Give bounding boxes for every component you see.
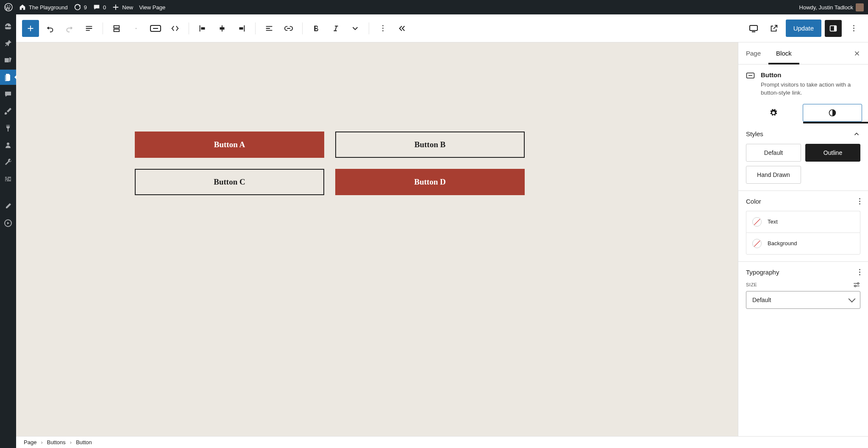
- svg-rect-14: [750, 25, 757, 31]
- open-preview-button[interactable]: [765, 20, 782, 37]
- breadcrumb-item[interactable]: Button: [76, 439, 92, 445]
- nav-collapse-2[interactable]: [0, 216, 16, 231]
- editor-options-button[interactable]: [845, 20, 862, 37]
- nav-plugins[interactable]: [0, 120, 16, 136]
- styles-panel-title: Styles: [746, 130, 763, 137]
- close-sidebar-button[interactable]: [851, 48, 863, 59]
- comments-link[interactable]: 0: [93, 3, 106, 11]
- new-content-link[interactable]: New: [112, 3, 133, 11]
- sidebar-icon: [829, 24, 838, 33]
- button-c[interactable]: Button C: [135, 169, 324, 195]
- nav-settings[interactable]: [0, 171, 16, 187]
- sidebar-toggle-button[interactable]: [825, 20, 842, 37]
- svg-rect-8: [200, 25, 200, 31]
- media-icon: [4, 56, 12, 64]
- nav-pages[interactable]: [0, 70, 16, 85]
- align-right-button[interactable]: [233, 20, 250, 37]
- block-options-button[interactable]: [374, 20, 391, 37]
- color-panel-options[interactable]: [859, 198, 860, 204]
- site-name-label: The Playground: [29, 4, 68, 11]
- nav-collapse-1[interactable]: [0, 199, 16, 214]
- toolbar-separator: [103, 22, 103, 34]
- nav-dashboard[interactable]: [0, 19, 16, 34]
- collapse-toolbar-button[interactable]: [394, 20, 411, 37]
- size-select-wrap[interactable]: Default: [746, 291, 860, 309]
- move-block-button[interactable]: [167, 20, 184, 37]
- bold-button[interactable]: [308, 20, 325, 37]
- view-page-label: View Page: [139, 4, 165, 11]
- stack-icon: [112, 24, 121, 33]
- text-align-icon: [264, 24, 274, 33]
- breadcrumb-item[interactable]: Page: [24, 439, 36, 445]
- button-a[interactable]: Button A: [135, 132, 324, 158]
- more-format-button[interactable]: [347, 20, 364, 37]
- color-panel: Color Text Background: [738, 191, 868, 262]
- breadcrumb-separator: ›: [70, 439, 72, 445]
- redo-button[interactable]: [61, 20, 78, 37]
- text-align-button[interactable]: [261, 20, 278, 37]
- tab-block[interactable]: Block: [768, 42, 799, 64]
- link-button[interactable]: [280, 20, 297, 37]
- button-d[interactable]: Button D: [335, 169, 525, 195]
- block-type-button[interactable]: [147, 20, 164, 37]
- tab-page[interactable]: Page: [738, 42, 768, 64]
- undo-button[interactable]: [42, 20, 58, 37]
- color-background-row[interactable]: Background: [746, 232, 860, 255]
- refresh-icon: [74, 3, 81, 11]
- breadcrumb-item[interactable]: Buttons: [47, 439, 66, 445]
- site-name-link[interactable]: The Playground: [19, 3, 68, 11]
- chevron-down-icon: [351, 24, 360, 33]
- typography-panel-options[interactable]: [859, 269, 860, 275]
- nav-users[interactable]: [0, 137, 16, 153]
- plus-icon: [26, 24, 35, 33]
- pencil-icon: [4, 202, 12, 210]
- update-button[interactable]: Update: [786, 20, 821, 37]
- button-b[interactable]: Button B: [335, 132, 525, 158]
- style-default[interactable]: Default: [746, 144, 801, 162]
- link-icon: [284, 24, 293, 33]
- list-icon: [84, 24, 94, 33]
- align-left-button[interactable]: [194, 20, 211, 37]
- parent-sep-button[interactable]: [128, 20, 145, 37]
- style-outline[interactable]: Outline: [805, 144, 860, 162]
- sliders-icon[interactable]: [853, 282, 860, 288]
- add-block-button[interactable]: [22, 20, 39, 37]
- align-center-button[interactable]: [214, 20, 231, 37]
- buttons-block[interactable]: Button A Button B Button C Button D: [135, 132, 525, 195]
- block-title: Button: [761, 71, 860, 78]
- color-text-row[interactable]: Text: [746, 211, 860, 232]
- color-panel-title: Color: [746, 198, 761, 205]
- updates-link[interactable]: 9: [74, 3, 87, 11]
- style-hand-drawn[interactable]: Hand Drawn: [746, 166, 801, 184]
- breadcrumb-separator: ›: [41, 439, 42, 445]
- nav-media[interactable]: [0, 53, 16, 68]
- three-dots-icon: [853, 25, 854, 31]
- nav-comments[interactable]: [0, 87, 16, 102]
- svg-rect-11: [220, 27, 225, 30]
- pages-icon: [4, 73, 12, 81]
- nav-appearance[interactable]: [0, 104, 16, 119]
- svg-point-21: [854, 285, 856, 287]
- toolbar-separator: [255, 22, 256, 34]
- editor-canvas[interactable]: Button A Button B Button C Button D: [16, 42, 738, 436]
- view-button[interactable]: [745, 20, 762, 37]
- user-profile-link[interactable]: Howdy, Justin Tadlock: [799, 3, 864, 11]
- typography-panel: Typography Size Default: [738, 262, 868, 316]
- styles-tab[interactable]: [803, 104, 862, 122]
- view-page-link[interactable]: View Page: [139, 4, 165, 11]
- settings-tab[interactable]: [744, 104, 803, 122]
- document-overview-button[interactable]: [81, 20, 97, 37]
- chevron-up-icon[interactable]: [853, 130, 860, 138]
- nav-posts[interactable]: [0, 36, 16, 51]
- updates-count: 9: [84, 4, 87, 11]
- dot-icon: [135, 24, 137, 33]
- wrench-icon: [4, 158, 12, 166]
- size-select[interactable]: Default: [746, 291, 860, 309]
- italic-button[interactable]: [327, 20, 344, 37]
- align-right-icon: [237, 24, 246, 33]
- wp-logo[interactable]: [4, 3, 13, 11]
- nav-tools[interactable]: [0, 154, 16, 170]
- parent-block-button[interactable]: [108, 20, 125, 37]
- button-block-icon: [150, 25, 161, 32]
- block-description: Prompt visitors to take action with a bu…: [761, 81, 860, 97]
